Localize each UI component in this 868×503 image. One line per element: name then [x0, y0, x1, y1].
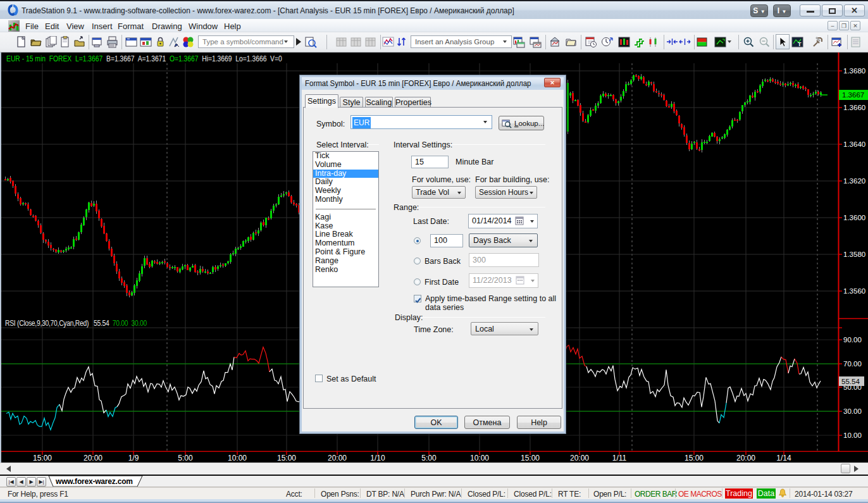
- svg-text:55.54: 55.54: [841, 378, 860, 385]
- svg-text:1.3680: 1.3680: [843, 67, 865, 75]
- svg-text:20:00: 20:00: [736, 454, 755, 463]
- svg-text:15:00: 15:00: [685, 454, 704, 463]
- svg-text:1/9: 1/9: [128, 454, 139, 463]
- svg-text:T: T: [798, 41, 802, 47]
- svg-text:70.00: 70.00: [843, 360, 862, 368]
- svg-text:1/11: 1/11: [612, 454, 627, 463]
- svg-text:1.3600: 1.3600: [843, 214, 865, 221]
- svg-text:1/14: 1/14: [776, 454, 791, 463]
- svg-text:15:00: 15:00: [521, 454, 540, 463]
- svg-text:90.00: 90.00: [843, 336, 862, 344]
- svg-text:1/10: 1/10: [370, 454, 385, 463]
- svg-text:1.3667: 1.3667: [842, 91, 864, 99]
- svg-text:10.00: 10.00: [843, 432, 862, 439]
- svg-text:1.3620: 1.3620: [843, 177, 865, 185]
- svg-text:15:00: 15:00: [33, 454, 52, 463]
- svg-text:1.3580: 1.3580: [843, 251, 865, 258]
- svg-text:20:00: 20:00: [570, 454, 589, 463]
- svg-text:20:00: 20:00: [328, 454, 347, 463]
- svg-text:5:00: 5:00: [178, 454, 193, 463]
- svg-text:1.3560: 1.3560: [843, 287, 865, 295]
- svg-text:10:00: 10:00: [228, 454, 247, 463]
- svg-text:20:00: 20:00: [84, 454, 102, 463]
- svg-text:5:00: 5:00: [421, 454, 437, 463]
- svg-text:15:00: 15:00: [277, 454, 296, 463]
- svg-text:30.00: 30.00: [843, 407, 862, 415]
- svg-text:1.3640: 1.3640: [843, 140, 865, 148]
- svg-text:1.3660: 1.3660: [843, 104, 865, 111]
- svg-text:10:00: 10:00: [470, 454, 489, 463]
